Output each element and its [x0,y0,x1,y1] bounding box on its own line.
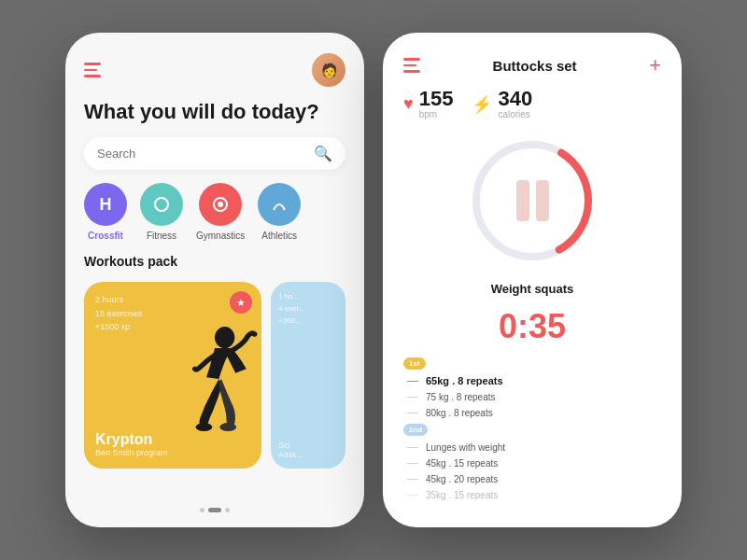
athletics-label: Athletics [261,231,297,241]
workout-name: Krypton [95,431,168,448]
exercise-name: Weight squats [403,282,661,296]
ex-text-1-3: 80kg . 8 repeats [426,408,493,418]
ex-text-1-2: 75 kg . 8 repeats [426,392,496,402]
category-gymnastics[interactable]: Gymnastics [196,183,245,241]
workout-card-main[interactable]: 2 hours 15 exercises +1500 xp ★ [84,282,261,469]
search-input[interactable] [97,147,308,161]
pause-bar-right [536,180,549,221]
card-bottom-name: Krypton Ben Smith program [95,431,168,457]
set-2-header: 2nd [403,424,661,436]
card-exercises: 15 exercises [95,307,250,320]
set-1: 1st — 65kg . 8 repeats — 75 kg . 8 repea… [403,357,661,419]
gymnastics-icon [199,183,242,226]
gymnastics-label: Gymnastics [196,231,245,241]
search-bar[interactable]: 🔍 [84,137,345,170]
ex-row-1-1: — 65kg . 8 repeats [403,374,661,387]
ex-text-2-1: Lunges with weight [426,442,505,453]
dot-2-active [208,508,221,512]
avatar[interactable]: 🧑 [312,53,345,87]
ex-text-1-1: 65kg . 8 repeats [426,375,503,386]
calories-value: 340 [498,89,532,109]
set-1-header: 1st [403,357,661,370]
section-title: Workouts pack [84,254,345,269]
menu-icon[interactable] [84,63,101,77]
card-info: 2 hours 15 exercises +1500 xp [95,293,250,333]
calories-label: calories [498,109,532,119]
bpm-info: 155 bpm [419,89,454,119]
dot-nav [84,508,345,512]
ex-row-2-1: — Lunges with weight [403,441,661,454]
svg-point-0 [155,198,168,211]
ex-row-2-2: — 45kg . 15 repeats [403,456,661,469]
left-top-bar: 🧑 [84,53,345,87]
categories: H Crossfit Fitness Gymnastics Athletics [84,183,345,241]
workouts-row: 2 hours 15 exercises +1500 xp ★ [84,282,345,491]
pause-bar-left [516,180,529,221]
page-title: What you will do today? [84,100,345,124]
bpm-value: 155 [419,89,454,109]
pause-icon [516,180,549,221]
dot-3 [225,508,230,512]
workout-card-secondary[interactable]: 1 ho... 4 exer... +200... SciAma... [271,282,345,469]
category-crossfit[interactable]: H Crossfit [84,183,127,241]
dot-1 [200,508,204,512]
svg-point-2 [218,202,223,207]
exercise-list: 1st — 65kg . 8 repeats — 75 kg . 8 repea… [403,357,661,512]
set-1-badge: 1st [403,357,426,370]
bpm-label: bpm [419,109,454,119]
calories-info: 340 calories [498,89,532,119]
left-phone: 🧑 What you will do today? 🔍 H Crossfit F… [65,33,364,527]
ex-text-2-3: 45kg . 20 repeats [426,474,498,484]
sec-hours: 1 ho... [278,291,338,303]
stat-calories: ⚡ 340 calories [472,89,532,119]
progress-circle [403,131,661,271]
right-menu-icon[interactable] [403,58,420,73]
category-fitness[interactable]: Fitness [140,183,183,241]
workout-sub: Ben Smith program [95,448,168,457]
fitness-label: Fitness [147,231,176,241]
ex-text-2-2: 45kg . 15 repeats [426,458,498,469]
right-top-bar: Buttocks set + [403,53,661,77]
ex-text-2-4: 35kg . 15 repeats [426,490,498,500]
set-2-badge: 2nd [403,424,428,436]
screen-title: Buttocks set [493,58,577,74]
svg-point-5 [219,424,236,432]
timer-display: 0:35 [403,307,661,346]
add-button[interactable]: + [649,53,661,77]
card-hours: 2 hours [95,293,250,306]
heart-icon: ♥ [403,94,414,114]
crossfit-label: Crossfit [88,231,123,241]
right-phone: Buttocks set + ♥ 155 bpm ⚡ 340 calories [383,33,682,527]
ex-row-1-2: — 75 kg . 8 repeats [403,390,661,403]
ex-row-2-3: — 45kg . 20 repeats [403,472,661,485]
lightning-icon: ⚡ [472,94,492,115]
svg-point-4 [196,424,213,432]
stats-row: ♥ 155 bpm ⚡ 340 calories [403,89,661,119]
sec-label: SciAma... [278,441,338,459]
runner-figure [159,319,261,469]
category-athletics[interactable]: Athletics [258,183,301,241]
set-2: 2nd — Lunges with weight — 45kg . 15 rep… [403,424,661,501]
crossfit-icon: H [84,183,127,226]
fitness-icon [140,183,183,226]
search-icon: 🔍 [314,145,332,162]
sec-xp: +200... [278,315,338,328]
stat-bpm: ♥ 155 bpm [403,89,453,119]
athletics-icon [258,183,301,226]
ex-row-2-4: — 35kg . 15 repeats [403,488,661,501]
sec-exercises: 4 exer... [278,303,338,315]
card-xp: +1500 xp [95,320,250,333]
ex-row-1-3: — 80kg . 8 repeats [403,406,661,419]
